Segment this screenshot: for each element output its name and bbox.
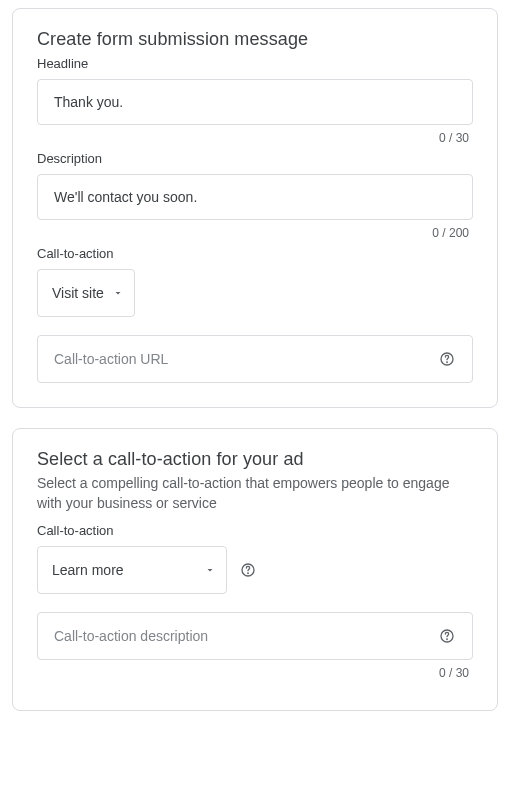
- cta-dropdown[interactable]: Visit site: [37, 269, 135, 317]
- cta-label: Call-to-action: [37, 523, 473, 538]
- cta-description-input[interactable]: [54, 628, 438, 644]
- headline-label: Headline: [37, 56, 473, 71]
- headline-char-counter: 0 / 30: [37, 131, 473, 145]
- section-subtitle: Select a compelling call-to-action that …: [37, 474, 473, 513]
- cta-dropdown-value: Visit site: [52, 285, 104, 301]
- chevron-down-icon: [112, 287, 124, 299]
- headline-input[interactable]: [37, 79, 473, 125]
- description-char-counter: 0 / 200: [37, 226, 473, 240]
- section-title: Create form submission message: [37, 29, 473, 50]
- form-submission-message-card: Create form submission message Headline …: [12, 8, 498, 408]
- cta-dropdown-value: Learn more: [52, 562, 124, 578]
- section-title: Select a call-to-action for your ad: [37, 449, 473, 470]
- svg-point-3: [248, 573, 249, 574]
- cta-label: Call-to-action: [37, 246, 473, 261]
- description-input[interactable]: [37, 174, 473, 220]
- cta-description-field: [37, 612, 473, 660]
- select-cta-card: Select a call-to-action for your ad Sele…: [12, 428, 498, 711]
- chevron-down-icon: [204, 564, 216, 576]
- cta-url-input[interactable]: [54, 351, 438, 367]
- svg-point-5: [447, 639, 448, 640]
- svg-point-1: [447, 362, 448, 363]
- help-icon[interactable]: [438, 627, 456, 645]
- description-label: Description: [37, 151, 473, 166]
- help-icon[interactable]: [239, 561, 257, 579]
- cta-description-char-counter: 0 / 30: [37, 666, 473, 680]
- cta-url-field: [37, 335, 473, 383]
- cta-dropdown[interactable]: Learn more: [37, 546, 227, 594]
- help-icon[interactable]: [438, 350, 456, 368]
